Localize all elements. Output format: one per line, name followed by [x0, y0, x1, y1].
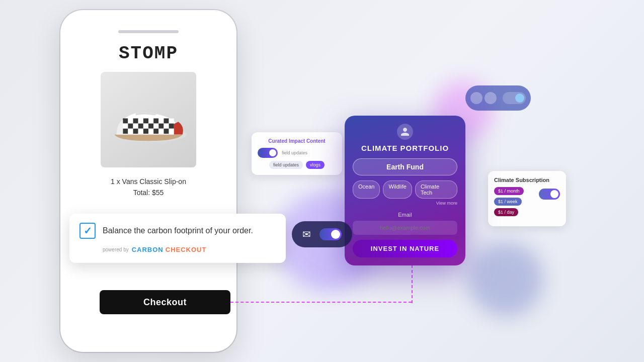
tag-climate-tech[interactable]: Climate Tech [415, 180, 457, 199]
view-more-link[interactable]: View more [353, 201, 457, 206]
svg-rect-12 [128, 124, 133, 129]
carbon-word: CARBON [132, 246, 164, 253]
tag-ocean[interactable]: Ocean [353, 180, 380, 199]
widget-dot-1 [470, 92, 482, 104]
svg-rect-7 [153, 118, 158, 123]
phone-notch [118, 30, 179, 33]
subscription-toggle-knob [550, 190, 558, 198]
dashed-line-vertical [412, 265, 413, 303]
curated-badge-1[interactable]: field updates [269, 161, 303, 169]
dashed-line-horizontal [230, 302, 412, 303]
carbon-checkout-box: ✓ Balance the carbon footprint of your o… [69, 214, 286, 263]
checkmark-icon: ✓ [84, 225, 92, 237]
curated-impact-widget: Curated Impact Content field updates fie… [252, 132, 342, 175]
checkout-word: CHECKOUT [166, 246, 207, 253]
widget-toggle-knob [515, 94, 524, 103]
powered-by-label: powered by [103, 247, 129, 252]
sub-month[interactable]: $1 / month [494, 187, 524, 195]
svg-rect-16 [148, 124, 153, 129]
svg-rect-26 [148, 129, 153, 134]
invest-button[interactable]: INVEST IN NATURE [353, 240, 457, 257]
email-toggle-switch[interactable] [319, 228, 342, 240]
shoe-illustration [106, 92, 191, 147]
svg-rect-4 [138, 118, 143, 123]
svg-rect-27 [153, 129, 158, 134]
climate-card-title: CLIMATE PORTFOLIO [353, 144, 457, 152]
climate-portfolio-card: CLIMATE PORTFOLIO Earth Fund Ocean Wildl… [345, 116, 465, 265]
product-image [101, 72, 196, 167]
carbon-checkbox[interactable]: ✓ [79, 223, 96, 239]
curated-toggle-switch[interactable] [258, 148, 278, 158]
curated-badge-row: field updates vlogs [258, 161, 336, 169]
svg-rect-25 [143, 129, 148, 134]
widget-toggle[interactable] [503, 92, 526, 104]
curated-title: Curated Impact Content [258, 138, 336, 144]
svg-rect-17 [153, 124, 158, 129]
svg-rect-2 [128, 118, 133, 123]
curated-toggle-row: field updates [258, 148, 336, 158]
user-icon [400, 127, 410, 137]
email-toggle-widget: ✉ [292, 221, 352, 247]
svg-rect-19 [164, 124, 169, 129]
avatar-icon [397, 124, 413, 140]
subscription-toggle[interactable] [539, 189, 560, 200]
product-total: Total: $55 [133, 189, 164, 197]
tag-wildlife[interactable]: Wildlife [383, 180, 412, 199]
carbon-main-row: ✓ Balance the carbon footprint of your o… [79, 223, 276, 239]
subscription-title: Climate Subscription [494, 177, 560, 183]
svg-rect-1 [123, 118, 128, 123]
checkout-button[interactable]: Checkout [100, 290, 230, 314]
svg-rect-22 [128, 129, 133, 134]
brand-title: STOMP [119, 43, 178, 64]
powered-by-row: powered by CARBON CHECKOUT [79, 245, 276, 254]
svg-rect-6 [148, 118, 153, 123]
svg-rect-20 [169, 124, 174, 129]
avatar-row [353, 124, 457, 140]
svg-rect-30 [169, 129, 174, 134]
sub-day[interactable]: $1 / day [494, 208, 518, 216]
curated-toggle-knob [269, 149, 276, 156]
svg-rect-15 [143, 124, 148, 129]
svg-rect-5 [143, 118, 148, 123]
svg-rect-28 [158, 129, 164, 134]
curated-badge-2[interactable]: vlogs [306, 161, 325, 169]
svg-rect-10 [169, 118, 174, 123]
email-input[interactable] [353, 221, 457, 235]
sub-week[interactable]: $1 / week [494, 198, 522, 206]
email-label: Email [353, 212, 457, 218]
top-right-toggle-widget [465, 85, 531, 111]
svg-rect-23 [133, 129, 138, 134]
email-icon: ✉ [302, 228, 311, 240]
earth-fund-button[interactable]: Earth Fund [353, 158, 457, 175]
curated-badge-label: field updates [282, 150, 307, 155]
climate-tags-row: Ocean Wildlife Climate Tech [353, 180, 457, 199]
svg-rect-14 [138, 124, 143, 129]
svg-rect-9 [164, 118, 169, 123]
svg-rect-21 [123, 129, 128, 134]
svg-rect-3 [133, 118, 138, 123]
svg-rect-11 [123, 124, 128, 129]
carbon-description: Balance the carbon footprint of your ord… [103, 226, 253, 236]
svg-rect-8 [158, 118, 164, 123]
carbon-checkout-logo: CARBON CHECKOUT [132, 245, 207, 254]
svg-rect-13 [133, 124, 138, 129]
climate-subscription-widget: Climate Subscription $1 / month $1 / wee… [488, 171, 566, 226]
email-toggle-knob [331, 230, 340, 239]
svg-rect-24 [138, 129, 143, 134]
svg-rect-29 [164, 129, 169, 134]
svg-rect-18 [158, 124, 164, 129]
product-name: 1 x Vans Classic Slip-on [111, 177, 186, 186]
widget-dot-group [470, 92, 497, 104]
widget-dot-2 [485, 92, 497, 104]
